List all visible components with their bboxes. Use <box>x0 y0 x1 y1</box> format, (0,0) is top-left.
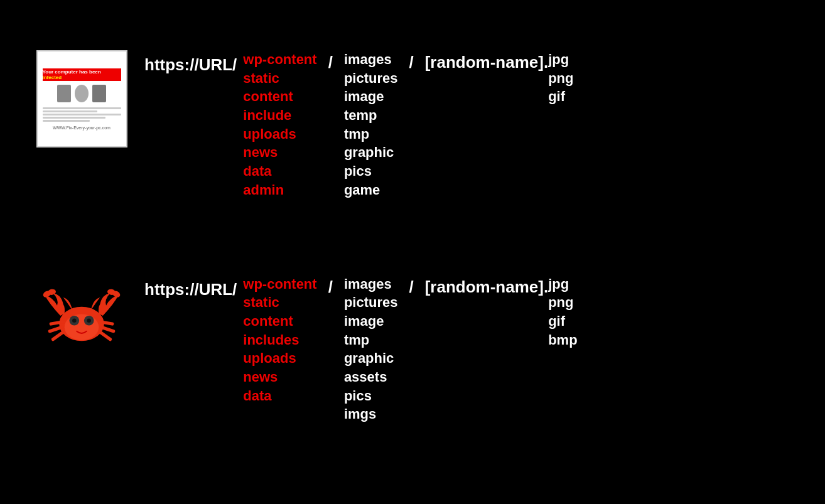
path-item: news <box>243 368 316 387</box>
extension-group-1: jpg png gif <box>548 50 573 106</box>
red-bar: Your computer has been infected <box>43 68 121 81</box>
svg-line-12 <box>53 332 63 340</box>
thumb-icon-2 <box>75 85 89 102</box>
row-1: Your computer has been infected WWW.Fix-… <box>0 25 825 225</box>
thumb-icon-1 <box>57 85 71 102</box>
folder-item: tmp <box>344 331 398 350</box>
slash-1-row1: / <box>328 50 333 72</box>
svg-line-11 <box>50 327 62 331</box>
svg-point-1 <box>65 314 99 340</box>
ext-item: png <box>548 69 573 88</box>
path-item: wp-content <box>243 275 316 294</box>
line-3 <box>43 114 121 115</box>
line-1 <box>43 107 121 109</box>
folder-item: pics <box>344 162 398 181</box>
path-group-2: wp-content static content includes uploa… <box>243 275 316 405</box>
red-bar-text: Your computer has been infected <box>43 69 121 80</box>
path-item: data <box>243 162 316 181</box>
path-item: data <box>243 387 316 405</box>
ext-item: png <box>548 293 577 312</box>
path-item: content <box>243 312 316 331</box>
main-container: Your computer has been infected WWW.Fix-… <box>0 0 825 474</box>
folder-item: graphic <box>344 349 398 368</box>
svg-point-5 <box>87 318 91 323</box>
crab-icon <box>41 275 122 357</box>
svg-line-14 <box>101 327 114 331</box>
path-item: static <box>243 293 316 312</box>
random-name-1: [random-name]. <box>425 50 548 72</box>
url-label-1: https://URL/ <box>144 55 237 75</box>
path-item: uploads <box>243 125 316 144</box>
folder-item: graphic <box>344 143 398 162</box>
thumbnail-image: Your computer has been infected WWW.Fix-… <box>36 50 127 147</box>
ext-item: gif <box>548 87 573 106</box>
ext-item: gif <box>548 312 577 331</box>
icon-area-1: Your computer has been infected WWW.Fix-… <box>19 50 144 147</box>
folder-group-2: images pictures image tmp graphic assets… <box>344 275 398 424</box>
folder-item: imgs <box>344 405 398 424</box>
extension-group-2: jpg png gif bmp <box>548 275 577 350</box>
path-group-1: wp-content static content include upload… <box>243 50 316 200</box>
ext-item: jpg <box>548 50 573 69</box>
row-2: https://URL/ wp-content static content i… <box>0 250 825 449</box>
folder-item: pictures <box>344 293 398 312</box>
path-item: news <box>243 143 316 162</box>
folder-item: images <box>344 275 398 294</box>
path-item: static <box>243 69 316 88</box>
path-item: admin <box>243 181 316 200</box>
folder-item: pictures <box>344 69 398 88</box>
url-label-2: https://URL/ <box>144 280 237 299</box>
line-4 <box>43 117 105 119</box>
line-2 <box>43 110 98 112</box>
random-name-2: [random-name]. <box>425 275 548 297</box>
folder-item: image <box>344 312 398 331</box>
path-item: wp-content <box>243 50 316 69</box>
svg-line-10 <box>51 321 63 323</box>
thumbnail-icons-row <box>57 85 106 102</box>
thumb-icon-3 <box>92 85 106 102</box>
path-item: include <box>243 106 316 125</box>
slash-2-row1: / <box>409 50 413 72</box>
line-5 <box>43 120 90 122</box>
folder-item: images <box>344 50 398 69</box>
ext-item: bmp <box>548 331 577 350</box>
folder-item: game <box>344 181 398 200</box>
thumbnail-lines <box>43 107 121 122</box>
folder-item: pics <box>344 387 398 405</box>
folder-item: image <box>344 87 398 106</box>
folder-group-1: images pictures image temp tmp graphic p… <box>344 50 398 200</box>
folder-item: tmp <box>344 125 398 144</box>
svg-line-15 <box>100 332 110 340</box>
folder-item: assets <box>344 368 398 387</box>
icon-area-2 <box>19 275 144 357</box>
path-item: uploads <box>243 349 316 368</box>
slash-1-row2: / <box>328 275 333 297</box>
path-item: content <box>243 87 316 106</box>
ext-item: jpg <box>548 275 577 294</box>
svg-line-13 <box>100 321 112 323</box>
folder-item: temp <box>344 106 398 125</box>
thumbnail-bottom-text: WWW.Fix-Every-your-pc.com <box>53 126 111 130</box>
slash-2-row2: / <box>409 275 413 297</box>
path-item: includes <box>243 331 316 350</box>
svg-point-4 <box>72 318 77 323</box>
